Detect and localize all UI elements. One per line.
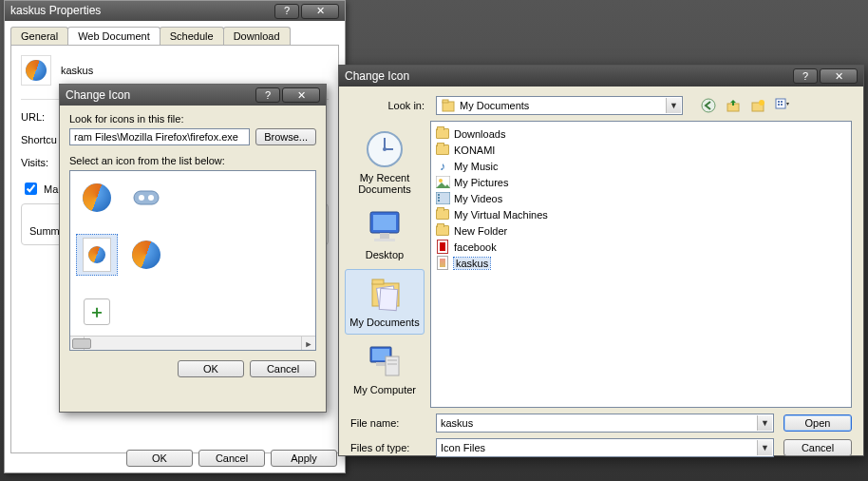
- file-icon: [435, 207, 450, 222]
- ok-button[interactable]: OK: [126, 450, 193, 467]
- file-name: KONAMI: [454, 144, 495, 156]
- svg-rect-36: [438, 197, 440, 199]
- file-type-label: Files of type:: [350, 442, 426, 453]
- dialog-title: Change Icon: [345, 67, 409, 87]
- svg-rect-20: [380, 233, 389, 239]
- tab-web-document[interactable]: Web Document: [67, 27, 160, 45]
- file-open-dialog: Change Icon ? ✕ Look in: My Documents ▼: [338, 65, 864, 456]
- desktop-icon: [365, 208, 405, 246]
- scroll-right-icon[interactable]: ►: [301, 337, 315, 351]
- clock-icon: [365, 129, 405, 169]
- file-name: My Pictures: [454, 177, 508, 188]
- svg-rect-35: [438, 194, 440, 196]
- look-label: Look for icons in this file:: [69, 113, 183, 125]
- file-list[interactable]: DownloadsKONAMI♪My MusicMy PicturesMy Vi…: [430, 121, 852, 408]
- file-name: My Videos: [454, 193, 502, 204]
- view-menu-icon[interactable]: [774, 97, 791, 114]
- my-documents-icon: [365, 274, 405, 314]
- new-folder-icon[interactable]: [749, 97, 766, 114]
- up-one-level-icon[interactable]: [725, 97, 742, 114]
- file-name: facebook: [454, 241, 497, 253]
- svg-rect-4: [443, 100, 448, 103]
- tab-schedule[interactable]: Schedule: [160, 27, 224, 45]
- file-type-value: Icon Files: [441, 442, 485, 453]
- cancel-button[interactable]: Cancel: [250, 360, 316, 377]
- shortcut-name: kaskus: [61, 65, 93, 76]
- svg-point-17: [383, 147, 387, 151]
- help-button[interactable]: ?: [274, 4, 299, 19]
- file-row[interactable]: kaskus: [435, 255, 847, 271]
- file-row[interactable]: KONAMI: [435, 142, 847, 158]
- svg-rect-19: [373, 215, 396, 230]
- horizontal-scrollbar[interactable]: ◄ ►: [70, 336, 315, 350]
- chevron-down-icon[interactable]: ▼: [757, 415, 772, 431]
- help-button[interactable]: ?: [793, 68, 818, 84]
- look-in-value: My Documents: [460, 100, 529, 111]
- close-button[interactable]: ✕: [301, 4, 339, 19]
- icon-option-mask[interactable]: [125, 177, 167, 219]
- apply-button[interactable]: Apply: [271, 450, 337, 467]
- titlebar[interactable]: Change Icon ? ✕: [60, 85, 326, 106]
- file-row[interactable]: New Folder: [435, 222, 847, 239]
- file-row[interactable]: ♪My Music: [435, 158, 847, 174]
- url-label: URL:: [21, 111, 64, 123]
- file-row[interactable]: facebook: [435, 239, 847, 255]
- file-icon: [435, 126, 450, 142]
- svg-rect-10: [778, 101, 780, 103]
- file-row[interactable]: My Virtual Machines: [435, 206, 847, 222]
- shortcut-label: Shortcu: [21, 134, 64, 145]
- place-label: My Recent Documents: [348, 172, 422, 195]
- cancel-button[interactable]: Cancel: [198, 450, 265, 467]
- titlebar[interactable]: Change Icon ? ✕: [339, 66, 863, 87]
- cancel-button[interactable]: Cancel: [783, 439, 852, 456]
- file-row[interactable]: My Pictures: [435, 174, 847, 190]
- titlebar[interactable]: kaskus Properties ? ✕: [5, 1, 345, 21]
- file-name-combo[interactable]: kaskus ▼: [436, 414, 774, 433]
- file-type-combo[interactable]: Icon Files ▼: [436, 438, 774, 457]
- file-name: New Folder: [454, 225, 507, 237]
- make-checkbox[interactable]: [25, 183, 37, 195]
- icon-list[interactable]: ＋ ＋ ◄ ►: [69, 170, 316, 351]
- place-recent[interactable]: My Recent Documents: [345, 125, 425, 202]
- file-name: My Virtual Machines: [454, 209, 548, 221]
- close-button[interactable]: ✕: [282, 87, 320, 103]
- my-documents-icon: [441, 98, 456, 113]
- back-icon[interactable]: [700, 97, 717, 114]
- svg-rect-28: [376, 362, 386, 366]
- icon-option-firefox-alt[interactable]: [125, 234, 167, 276]
- help-button[interactable]: ?: [255, 87, 280, 103]
- svg-rect-30: [387, 359, 397, 361]
- place-my-documents[interactable]: My Documents: [345, 269, 425, 335]
- file-row[interactable]: Downloads: [435, 125, 847, 142]
- icon-option-plus-doc[interactable]: ＋: [76, 291, 118, 333]
- icon-option-firefox[interactable]: [76, 177, 118, 219]
- tab-download[interactable]: Download: [223, 27, 291, 45]
- svg-rect-31: [387, 363, 397, 365]
- icon-path-input[interactable]: [69, 128, 250, 145]
- close-button[interactable]: ✕: [820, 68, 858, 84]
- open-button[interactable]: Open: [783, 414, 852, 432]
- svg-point-1: [139, 195, 144, 201]
- look-in-label: Look in:: [350, 100, 425, 111]
- chevron-down-icon[interactable]: ▼: [666, 98, 681, 113]
- tab-general[interactable]: General: [10, 27, 68, 45]
- browse-button[interactable]: Browse...: [255, 128, 316, 145]
- place-desktop[interactable]: Desktop: [345, 203, 425, 267]
- look-in-combo[interactable]: My Documents ▼: [436, 96, 683, 115]
- icon-option-firefox-doc[interactable]: [76, 234, 118, 276]
- chevron-down-icon[interactable]: ▼: [757, 440, 772, 455]
- file-name: Downloads: [454, 128, 505, 140]
- file-name: My Music: [454, 161, 498, 172]
- svg-rect-12: [778, 104, 780, 106]
- file-icon: [435, 175, 450, 190]
- svg-point-8: [759, 100, 764, 106]
- window-title: kaskus Properties: [10, 1, 101, 21]
- file-row[interactable]: My Videos: [435, 190, 847, 206]
- place-my-computer[interactable]: My Computer: [345, 337, 425, 402]
- place-label: My Computer: [348, 384, 422, 395]
- dialog-title: Change Icon: [66, 86, 130, 106]
- scroll-thumb[interactable]: [72, 338, 91, 349]
- ok-button[interactable]: OK: [178, 360, 244, 377]
- place-label: Desktop: [348, 249, 422, 260]
- visits-label: Visits:: [21, 157, 64, 168]
